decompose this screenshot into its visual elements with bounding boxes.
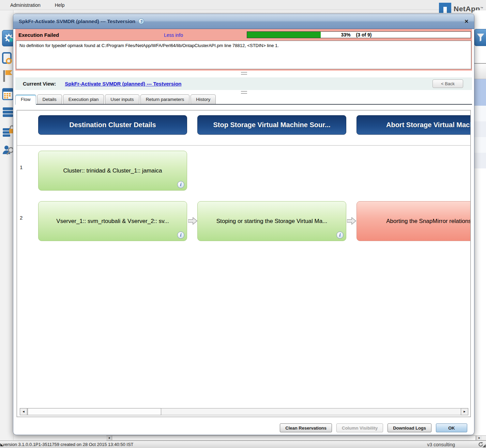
flag-icon	[2, 69, 13, 83]
close-icon[interactable]: ✕	[464, 18, 469, 25]
resize-grip	[0, 443, 3, 446]
dialog-title: SpkFr-Activate SVMDR (planned) --- Testv…	[19, 18, 135, 24]
branding-text: v3 consulting	[427, 442, 455, 447]
flow-step-stop-svm[interactable]: Stoping or starting the Storage Virtual …	[197, 201, 346, 241]
right-panel-edge	[474, 10, 486, 440]
flow-row-number: 1	[20, 164, 22, 170]
clean-reservations-button[interactable]: Clean Reservations	[280, 423, 332, 432]
back-button[interactable]: < Back	[432, 79, 463, 88]
flow-column-header-2[interactable]: Stop Storage Virtual Machine Sour...	[197, 115, 346, 135]
flow-column-header-1[interactable]: Destination Cluster Details	[38, 115, 187, 135]
clipboard-sync-icon	[2, 52, 13, 64]
filter-button[interactable]	[474, 29, 486, 46]
screen: Administration Help NetApp™	[0, 0, 486, 448]
flow-panel: Destination Cluster Details Stop Storage…	[17, 110, 471, 417]
flow-arrow-icon	[188, 217, 197, 225]
progress-label: 33% (3 of 9)	[341, 32, 372, 38]
error-message-box[interactable]: No definition for typedef opmask found a…	[16, 41, 471, 69]
dialog-footer: Clean Reservations Column Visibility Dow…	[280, 423, 467, 432]
sidebar-item-milestones[interactable]	[2, 69, 14, 84]
funnel-icon	[477, 33, 484, 42]
current-view-label: Current View:	[23, 81, 56, 87]
info-icon[interactable]: i	[177, 232, 184, 239]
help-icon[interactable]: ?	[138, 18, 144, 24]
sidebar-item-storage[interactable]	[2, 106, 14, 119]
background-button-edge	[474, 64, 486, 79]
ok-button[interactable]: OK	[436, 423, 467, 432]
execution-status-label: Execution Failed	[18, 32, 59, 38]
scroll-left-icon[interactable]: ◄	[106, 436, 112, 440]
scroll-right-icon[interactable]: ►	[461, 408, 468, 415]
version-text: version 3.1.0.0.1P1-3511759 created on 2…	[3, 442, 134, 447]
info-icon[interactable]: i	[177, 181, 184, 188]
splitter-handle[interactable]	[241, 91, 247, 94]
database-lock-icon	[2, 125, 14, 138]
current-view-link[interactable]: SpkFr-Activate SVMDR (planned) --- Testv…	[65, 81, 181, 87]
current-view-bar: Current View: SpkFr-Activate SVMDR (plan…	[15, 77, 472, 90]
flow-column-header-3[interactable]: Abort Storage Virtual Machi	[356, 115, 471, 135]
status-bar: version 3.1.0.0.1P1-3511759 created on 2…	[0, 440, 486, 448]
menu-administration[interactable]: Administration	[10, 2, 41, 8]
gear-icon	[4, 33, 14, 43]
scroll-right-icon[interactable]: ►	[476, 436, 482, 440]
flow-step-vserver-details[interactable]: Vserver_1:: svm_rtoubali & Vserver_2:: s…	[38, 201, 187, 241]
flow-step-abort-snapmirror[interactable]: Aborting the SnapMirror relationshi	[356, 201, 471, 241]
download-logs-button[interactable]: Download Logs	[388, 423, 431, 432]
progress-fill	[247, 32, 321, 38]
sidebar-item-calendar[interactable]	[2, 87, 14, 102]
splitter-handle[interactable]	[241, 72, 247, 75]
workflow-execution-dialog: SpkFr-Activate SVMDR (planned) --- Testv…	[13, 14, 474, 435]
tab-history[interactable]: History	[191, 94, 216, 104]
error-message: No definition for typedef opmask found a…	[19, 43, 279, 48]
sidebar-item-schedules[interactable]	[2, 52, 14, 65]
selected-row-edge	[474, 79, 486, 106]
flow-arrow-icon	[347, 217, 356, 225]
menu-bar: Administration Help	[0, 0, 486, 10]
tab-flow[interactable]: Flow	[15, 94, 36, 105]
progress-bar: 33% (3 of 9)	[247, 31, 471, 38]
sidebar	[0, 10, 14, 440]
info-icon[interactable]: i	[336, 232, 344, 239]
dialog-titlebar[interactable]: SpkFr-Activate SVMDR (planned) --- Testv…	[13, 14, 474, 29]
netapp-logo-icon	[439, 3, 451, 13]
less-info-link[interactable]: Less info	[164, 32, 183, 38]
server-stack-icon	[2, 106, 14, 118]
scrollbar-track[interactable]	[112, 436, 476, 440]
flow-horizontal-scrollbar[interactable]: ◄ ►	[20, 408, 468, 415]
scroll-left-icon[interactable]: ◄	[20, 408, 27, 415]
tab-bar: Flow Details Execution plan User inputs …	[15, 94, 472, 105]
sidebar-item-settings[interactable]	[2, 30, 14, 46]
trademark-symbol: ™	[480, 6, 483, 10]
sidebar-item-credentials[interactable]	[2, 125, 14, 139]
flow-step-cluster-details[interactable]: Cluster:: trinidad & Cluster_1:: jamaica…	[38, 151, 187, 191]
divider	[17, 145, 470, 146]
tab-execution-plan[interactable]: Execution plan	[63, 94, 104, 104]
column-visibility-button: Column Visibility	[336, 423, 383, 432]
tab-return-parameters[interactable]: Return parameters	[140, 94, 190, 104]
flow-row-number: 2	[20, 215, 22, 221]
execution-status-banner: Execution Failed Less info 33% (3 of 9) …	[15, 29, 472, 71]
resize-grip[interactable]	[483, 444, 486, 447]
calendar-icon	[2, 87, 14, 100]
menu-help[interactable]: Help	[55, 2, 65, 8]
background-horizontal-scrollbar[interactable]: ◄ ►	[106, 435, 486, 440]
sidebar-item-users[interactable]	[2, 144, 14, 158]
user-search-icon	[2, 144, 14, 156]
tab-user-inputs[interactable]: User inputs	[105, 94, 139, 104]
scrollbar-thumb[interactable]	[28, 408, 161, 415]
tab-details[interactable]: Details	[37, 94, 62, 104]
